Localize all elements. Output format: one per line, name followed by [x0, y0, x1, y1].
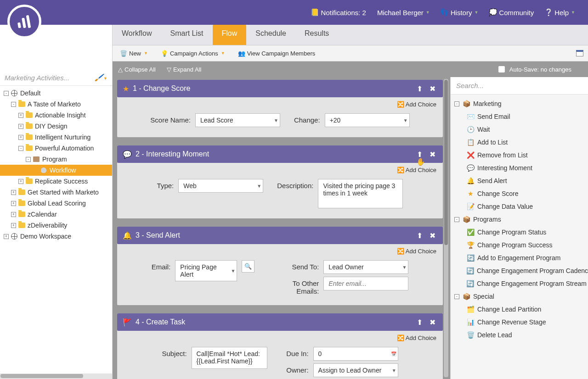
expander-icon[interactable]: +	[18, 179, 23, 184]
expander-icon[interactable]: +	[11, 190, 16, 195]
members-icon: 👥	[238, 50, 245, 57]
close-icon[interactable]: ✖	[427, 230, 437, 240]
step-header[interactable]: 💬 2 - Interesting Moment ⬆ ✋ ✖	[117, 145, 443, 163]
tree-item[interactable]: +Get Started with Marketo	[0, 187, 112, 198]
description-input[interactable]: Visited the pricing page 3 times in 1 we…	[318, 179, 403, 208]
collapse-all-button[interactable]: △ Collapse All	[118, 66, 156, 73]
change-select[interactable]: +20 ▼	[325, 113, 410, 127]
tree-item[interactable]: +Global Lead Scoring	[0, 198, 112, 209]
tab-flow[interactable]: Flow	[213, 25, 247, 45]
action-change-program-status[interactable]: ✅Change Program Status	[451, 226, 588, 239]
subject-input[interactable]: Call|Email *Hot* Lead: {{Lead.First Name…	[192, 347, 267, 369]
add-choice-button[interactable]: 🔀 Add Choice	[117, 331, 443, 342]
move-up-icon[interactable]: ⬆	[414, 230, 424, 240]
group-marketing[interactable]: - 📦 Marketing	[451, 97, 588, 110]
move-up-icon[interactable]: ⬆ ✋	[414, 149, 424, 159]
sendto-select[interactable]: Lead Owner ▼	[323, 260, 408, 274]
action-add-to-list[interactable]: 📋Add to List	[451, 136, 588, 149]
preview-icon[interactable]: 🔍	[242, 260, 254, 273]
expander-icon[interactable]: -	[18, 146, 23, 151]
tree-item[interactable]: +zCalendar	[0, 209, 112, 220]
tree-item[interactable]: Workflow	[0, 165, 112, 176]
expander-icon[interactable]: +	[11, 212, 16, 217]
type-select[interactable]: Web ▼	[178, 179, 263, 193]
tree-item[interactable]: +Intelligent Nurturing	[0, 132, 112, 143]
action-remove-from-list[interactable]: ❌Remove from List	[451, 149, 588, 162]
step-header[interactable]: 🔔 3 - Send Alert ⬆ ✖	[117, 227, 443, 244]
expander-icon[interactable]: +	[18, 135, 23, 140]
expand-all-button[interactable]: ▽ Expand All	[167, 66, 201, 73]
move-up-icon[interactable]: ⬆	[414, 84, 424, 94]
add-choice-button[interactable]: 🔀 Add Choice	[117, 97, 443, 109]
expander-icon[interactable]: +	[4, 234, 9, 239]
v-scrollbar[interactable]	[444, 79, 448, 377]
owner-select[interactable]: Assign to Lead Owner ▼	[313, 363, 398, 377]
tab-schedule[interactable]: Schedule	[246, 25, 295, 45]
community-link[interactable]: 💭 Community	[484, 9, 539, 17]
tab-workflow[interactable]: Workflow	[113, 25, 161, 45]
tree-item[interactable]: +Replicate Success	[0, 176, 112, 187]
tree-item[interactable]: +Actionable Insight	[0, 110, 112, 121]
action-send-email[interactable]: ✉️Send Email	[451, 110, 588, 123]
group-programs[interactable]: - 📦 Programs	[451, 213, 588, 226]
folder-icon	[18, 222, 25, 229]
close-icon[interactable]: ✖	[427, 149, 437, 159]
action-wait[interactable]: 🕑Wait	[451, 123, 588, 136]
action-change-lead-partition[interactable]: 🗂️Change Lead Partition	[451, 303, 588, 316]
action-change-engagement-cadence[interactable]: 🔄Change Engagement Program Cadence	[451, 264, 588, 277]
action-delete-lead[interactable]: 🗑️Delete Lead	[451, 329, 588, 341]
h-scrollbar[interactable]	[0, 373, 112, 379]
action-interesting-moment[interactable]: 💬Interesting Moment	[451, 162, 588, 174]
sidebar-search[interactable]: Marketing Activities... 🖌️▼	[0, 70, 112, 86]
expander-icon[interactable]: +	[18, 124, 23, 129]
action-change-score[interactable]: ★Change Score	[451, 187, 588, 200]
tab-smartlist[interactable]: Smart List	[161, 25, 213, 45]
user-menu[interactable]: Michael Berger ▼	[372, 9, 435, 17]
tree-item[interactable]: -A Taste of Marketo	[0, 99, 112, 110]
expander-icon[interactable]: +	[11, 201, 16, 206]
logo[interactable]	[7, 5, 41, 39]
right-search-input[interactable]: Search...	[451, 77, 588, 95]
action-change-engagement-stream[interactable]: 🔄Change Engagement Program Stream	[451, 277, 588, 290]
step-header[interactable]: ★ 1 - Change Score ⬆ ✖	[117, 80, 443, 97]
campaign-actions-button[interactable]: 💡 Campaign Actions ▼	[158, 49, 228, 58]
action-add-to-engagement[interactable]: 🔄Add to Engagement Program	[451, 251, 588, 264]
action-send-alert[interactable]: 🔔Send Alert	[451, 174, 588, 187]
add-choice-button[interactable]: 🔀 Add Choice	[117, 163, 443, 174]
other-emails-input[interactable]	[323, 277, 408, 290]
step-header[interactable]: 🚩 4 - Create Task ⬆ ✖	[117, 313, 443, 331]
expander-icon[interactable]: -	[26, 157, 31, 162]
expander-icon[interactable]: +	[18, 113, 23, 118]
new-button[interactable]: 🗑️ New ▼	[117, 49, 151, 58]
filter-icon[interactable]: 🖌️▼	[95, 73, 107, 82]
close-icon[interactable]: ✖	[427, 317, 437, 327]
panel-toggle-icon[interactable]	[576, 50, 583, 56]
expander-icon[interactable]: -	[4, 91, 9, 96]
email-select[interactable]: Pricing Page Alert ▼	[175, 260, 237, 281]
duein-input[interactable]: 0 📅	[313, 347, 398, 361]
add-choice-button[interactable]: 🔀 Add Choice	[117, 244, 443, 256]
score-name-select[interactable]: Lead Score ▼	[195, 113, 280, 127]
expander-icon[interactable]: -	[11, 102, 16, 107]
action-change-data-value[interactable]: 📝Change Data Value	[451, 200, 588, 213]
tree-item[interactable]: +DIY Design	[0, 121, 112, 132]
tree-item[interactable]: -Powerful Automation	[0, 143, 112, 154]
expander-icon[interactable]: -	[454, 217, 459, 222]
expander-icon[interactable]: -	[454, 294, 459, 299]
tree-item[interactable]: +zDeliverability	[0, 220, 112, 231]
tree-item[interactable]: +Demo Workspace	[0, 231, 112, 242]
history-menu[interactable]: 👣 History ▼	[435, 9, 484, 17]
expander-icon[interactable]: +	[11, 223, 16, 228]
move-up-icon[interactable]: ⬆	[414, 317, 424, 327]
action-change-program-success[interactable]: 🏆Change Program Success	[451, 239, 588, 251]
tree-item[interactable]: -Program	[0, 154, 112, 165]
view-members-button[interactable]: 👥 View Campaign Members	[235, 49, 318, 58]
expander-icon[interactable]: -	[454, 101, 459, 106]
close-icon[interactable]: ✖	[427, 84, 437, 94]
action-change-revenue-stage[interactable]: 📊Change Revenue Stage	[451, 316, 588, 329]
tab-results[interactable]: Results	[295, 25, 338, 45]
notifications-link[interactable]: 📒 Notifications: 2	[306, 9, 372, 17]
help-menu[interactable]: ❔ Help ▼	[539, 9, 581, 17]
group-special[interactable]: - 📦 Special	[451, 290, 588, 303]
tree-item[interactable]: -Default	[0, 88, 112, 99]
